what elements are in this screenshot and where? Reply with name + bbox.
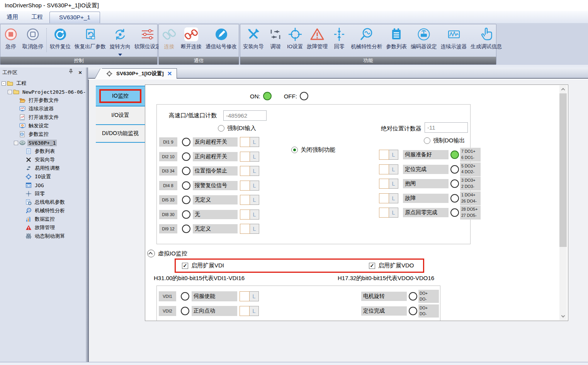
scroll-down-button[interactable] <box>559 312 567 320</box>
ribbon-button-oscilloscope[interactable]: 连续示波器 <box>439 26 469 51</box>
tree-item[interactable]: 故障管理 <box>0 223 86 232</box>
ribbon-button-io-settings[interactable]: IO设置 <box>285 26 305 51</box>
tree-item[interactable]: 易用性调整 <box>0 164 86 172</box>
ribbon-button-software-reset[interactable]: 软件复位 <box>48 26 73 51</box>
level-l-button[interactable]: L <box>250 166 259 176</box>
tree-item[interactable]: 打开波形文件 <box>0 113 86 122</box>
force-value-toggle[interactable] <box>379 208 389 218</box>
level-l-button[interactable]: L <box>250 224 259 234</box>
force-value-toggle[interactable] <box>240 166 250 176</box>
tree-item[interactable]: IO设置 <box>0 172 86 181</box>
ribbon-button-encoder[interactable]: 编码器设定 <box>409 26 439 51</box>
ribbon-button-fault-manage[interactable]: 故障管理 <box>305 26 330 51</box>
chevron-down-icon[interactable] <box>118 54 122 56</box>
ribbon-button-param-list[interactable]: 参数列表 <box>384 26 409 51</box>
tab-io-monitor[interactable]: IO监控 <box>96 86 145 106</box>
scroll-thumb[interactable] <box>559 93 567 247</box>
tree-item[interactable]: -工程 <box>0 79 86 88</box>
ribbon-button-tuning[interactable]: 调谐 <box>266 26 285 51</box>
tree-item[interactable]: -SV630P+_1 <box>0 139 86 147</box>
tree-expander[interactable]: - <box>2 81 6 86</box>
ribbon-tab-general[interactable]: 通用 <box>0 12 25 23</box>
ribbon-button-factory-reset[interactable]: 恢复出厂参数 <box>73 26 108 51</box>
checkbox-icon[interactable]: ✓ <box>182 263 188 269</box>
ribbon-tab-project[interactable]: 工程 <box>25 12 49 23</box>
ribbon-button-soft-limit[interactable]: 软限位设定 <box>133 26 163 51</box>
scroll-up-button[interactable] <box>559 85 567 93</box>
document-tab[interactable]: SV630P+_1[IO设置] ✕ <box>102 68 177 79</box>
force-value-toggle[interactable] <box>240 195 250 205</box>
pin-icon[interactable] <box>68 68 73 78</box>
radio-icon[interactable] <box>291 147 298 153</box>
level-l-button[interactable]: L <box>250 195 259 205</box>
force-off-radio[interactable]: 关闭强制功能 <box>291 146 335 154</box>
ribbon-tab-bar: 通用 工程 SV630P+_1 <box>0 11 588 23</box>
level-l-button[interactable]: L <box>389 164 398 174</box>
level-l-button[interactable]: L <box>389 150 398 160</box>
force-value-toggle[interactable] <box>240 224 250 234</box>
ribbon-button-disconnect[interactable]: 断开连接 <box>179 26 204 51</box>
tree-item[interactable]: JOG <box>0 181 86 189</box>
force-value-toggle[interactable] <box>240 306 250 316</box>
tab-io-config[interactable]: I/O设置 <box>96 106 145 124</box>
force-value-toggle[interactable] <box>379 179 389 189</box>
tree-item[interactable]: 打开参数文件 <box>0 96 86 105</box>
force-value-toggle[interactable] <box>240 181 250 191</box>
station-edit-icon <box>214 27 229 42</box>
ribbon-button-cancel-estop[interactable]: 取消急停 <box>20 26 45 51</box>
tree-item[interactable]: 触发设定 <box>0 122 86 130</box>
radio-icon[interactable] <box>218 125 224 132</box>
level-l-button[interactable]: L <box>389 193 398 203</box>
tree-item[interactable]: 总线电机参数 <box>0 198 86 206</box>
tree-item[interactable]: 机械特性分析 <box>0 206 86 215</box>
tree-item[interactable]: 安装向导 <box>0 155 86 164</box>
tree-expander[interactable]: - <box>14 141 18 145</box>
vertical-scrollbar[interactable] <box>559 85 567 320</box>
ribbon-button-station-edit[interactable]: 通信站号修改 <box>204 26 239 51</box>
ribbon-button-install-wizard[interactable]: 安装向导 <box>241 26 266 51</box>
collapse-icon[interactable] <box>147 250 155 257</box>
tree-item[interactable]: 参数列表 <box>0 147 86 155</box>
abs-pos-input[interactable] <box>425 122 468 133</box>
force-value-toggle[interactable] <box>240 291 250 301</box>
ribbon-button-debug-info[interactable]: 生成调试信息 <box>469 26 504 51</box>
ribbon-button-rotation-direction[interactable]: 旋转方向 <box>108 26 133 51</box>
tree-item[interactable]: 动态制动测算 <box>0 232 86 240</box>
force-do-radio[interactable]: 强制DO输出 <box>424 137 465 144</box>
ribbon-button-connect[interactable]: 连接 <box>160 26 179 51</box>
force-value-toggle[interactable] <box>379 193 389 203</box>
level-l-button[interactable]: L <box>250 137 259 147</box>
force-value-toggle[interactable] <box>379 150 389 160</box>
tree-item[interactable]: -NewProject2025-06-06- <box>0 88 86 96</box>
force-value-toggle[interactable] <box>240 137 250 147</box>
level-l-button[interactable]: L <box>250 181 259 191</box>
force-value-toggle[interactable] <box>379 164 389 174</box>
level-l-button[interactable]: L <box>250 306 259 316</box>
counter-input[interactable] <box>223 110 267 121</box>
enable-vdo-checkbox[interactable]: ✓ 启用扩展VDO <box>369 262 414 269</box>
level-l-button[interactable]: L <box>250 291 259 301</box>
force-value-toggle[interactable] <box>240 152 250 162</box>
close-icon[interactable]: × <box>78 70 82 75</box>
level-l-button[interactable]: L <box>250 210 259 220</box>
ribbon-button-homing[interactable]: 回零 <box>330 26 349 51</box>
level-l-button[interactable]: L <box>389 179 398 189</box>
tree-item[interactable]: 数据监控 <box>0 215 86 223</box>
enable-vdi-checkbox[interactable]: ✓ 启用扩展VDI <box>182 262 224 269</box>
tab-dido-function-monitor[interactable]: DI/DO功能监视 <box>96 124 145 143</box>
tree-expander[interactable]: - <box>8 90 12 94</box>
tab-close-icon[interactable]: ✕ <box>167 70 172 77</box>
force-value-toggle[interactable] <box>240 210 250 220</box>
level-l-button[interactable]: L <box>250 152 259 162</box>
tree-item[interactable]: 回零 <box>0 189 86 198</box>
ribbon-button-estop[interactable]: 急停 <box>1 26 20 51</box>
checkbox-icon[interactable]: ✓ <box>369 263 375 269</box>
force-di-radio[interactable]: 强制DI输入 <box>218 125 256 132</box>
side-tabs: IO监控 I/O设置 DI/DO功能监视 <box>96 86 145 143</box>
level-l-button[interactable]: L <box>389 208 398 218</box>
ribbon-tab-device[interactable]: SV630P+_1 <box>49 12 100 23</box>
tree-item[interactable]: 参数监控 <box>0 130 86 139</box>
ribbon-button-mech-analysis[interactable]: 机械特性分析 <box>349 26 384 51</box>
radio-icon[interactable] <box>424 137 430 144</box>
tree-item[interactable]: 连续示波器 <box>0 105 86 113</box>
